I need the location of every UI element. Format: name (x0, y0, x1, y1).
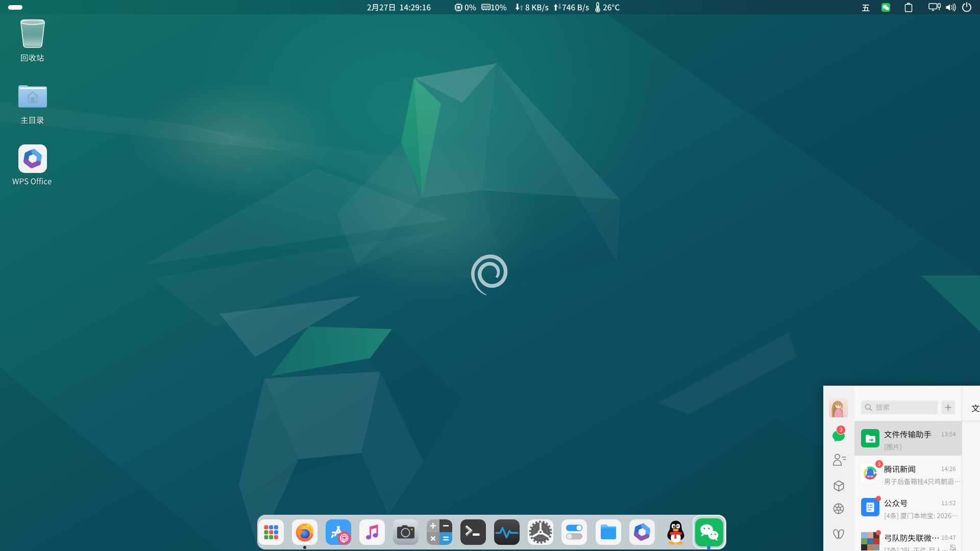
svg-text:3: 3 (878, 461, 881, 467)
svg-text:3: 3 (839, 427, 842, 433)
